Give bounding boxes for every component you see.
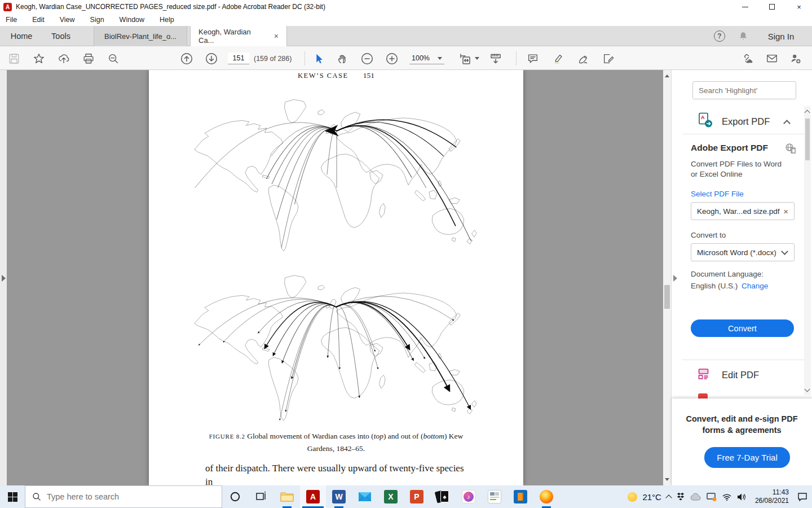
taskbar-explorer-icon[interactable] <box>274 485 300 508</box>
page-number-input[interactable] <box>228 52 249 64</box>
next-page-icon[interactable] <box>204 51 219 66</box>
tab-close-icon[interactable]: × <box>274 32 279 41</box>
help-icon[interactable]: ? <box>709 26 730 46</box>
taskbar-excel-icon[interactable]: X <box>378 485 404 508</box>
taskbar-onenote-icon[interactable] <box>508 485 533 508</box>
promo-text: forms & agreements <box>672 424 812 436</box>
email-icon[interactable] <box>765 51 779 66</box>
tab-document-keogh[interactable]: Keogh, Wardian Ca... × <box>190 26 287 46</box>
menu-edit[interactable]: Edit <box>32 16 45 24</box>
taskbar-search-input[interactable] <box>47 492 205 501</box>
clock[interactable]: 11:43 26/08/2021 <box>755 488 789 505</box>
more-tools-icon[interactable] <box>601 51 616 66</box>
selected-file-field[interactable]: Keogh, War...ed size.pdf × <box>691 202 795 220</box>
scroll-down-icon[interactable] <box>805 387 810 392</box>
edit-pdf-header[interactable]: Edit PDF <box>722 370 759 380</box>
page-display-icon[interactable] <box>488 51 503 66</box>
fit-width-icon[interactable] <box>458 51 473 66</box>
taskbar-word-icon[interactable]: W <box>326 485 352 508</box>
document-language-label: Document Language: <box>691 270 764 278</box>
chevron-down-icon <box>438 57 442 60</box>
panel-scrollbar[interactable] <box>804 106 811 395</box>
sign-in-button[interactable]: Sign In <box>761 26 801 46</box>
tab-home[interactable]: Home <box>6 26 37 46</box>
onedrive-cloud-icon[interactable] <box>690 493 701 501</box>
scroll-up-icon[interactable] <box>805 110 810 116</box>
menu-window[interactable]: Window <box>120 16 144 24</box>
taskbar-firefox-icon[interactable] <box>533 485 559 508</box>
volume-icon[interactable] <box>737 493 747 501</box>
document-view[interactable]: KEW’S CASE151 FIGURE 8.2 Global movement… <box>7 70 663 485</box>
save-icon[interactable] <box>7 51 21 66</box>
adobe-export-pdf-title: Adobe Export PDF <box>691 143 768 153</box>
clear-file-icon[interactable]: × <box>783 207 788 216</box>
format-value: Microsoft Word (*.docx) <box>697 248 776 257</box>
convert-button[interactable]: Convert <box>691 319 794 337</box>
notifications-bell-icon[interactable] <box>733 26 753 46</box>
flow-arrows-into-kew <box>195 120 471 247</box>
close-button[interactable]: × <box>786 0 812 14</box>
taskbar-powerpoint-icon[interactable]: P <box>404 485 430 508</box>
taskbar-news-icon[interactable] <box>482 485 508 508</box>
panel-collapse-toggle-icon[interactable] <box>673 275 677 282</box>
print-icon[interactable] <box>81 51 96 66</box>
taskbar-itunes-icon[interactable]: ♪ <box>456 485 482 508</box>
taskbar-mail-icon[interactable] <box>352 485 378 508</box>
document-scrollbar[interactable] <box>663 70 671 485</box>
scroll-up-icon[interactable] <box>665 75 669 77</box>
taskbar-acrobat-icon[interactable]: A <box>300 485 326 508</box>
dropbox-icon[interactable] <box>676 492 685 501</box>
change-language-link[interactable]: Change <box>742 282 768 290</box>
hand-tool-icon[interactable] <box>335 51 350 66</box>
body-text: of their dispatch. There were usually up… <box>205 462 470 485</box>
navigation-pane-toggle-icon[interactable] <box>2 275 6 282</box>
scrollbar-thumb[interactable] <box>664 285 670 309</box>
wifi-icon[interactable] <box>722 493 732 501</box>
start-button[interactable] <box>0 485 25 508</box>
map-out-of-kew <box>186 269 486 427</box>
select-pdf-file-link[interactable]: Select PDF File <box>691 190 744 198</box>
weather-sun-icon[interactable] <box>628 492 637 502</box>
select-tool-icon[interactable] <box>311 51 326 66</box>
zoom-out-icon[interactable] <box>360 51 374 66</box>
tab-document-biolrev[interactable]: BiolRev-Plant_life_o... <box>94 26 187 46</box>
share-link-icon[interactable] <box>740 51 754 66</box>
scrollbar-thumb[interactable] <box>805 119 810 160</box>
previous-page-icon[interactable] <box>179 51 194 66</box>
promo-card: Convert, edit and e-sign PDF forms & agr… <box>672 398 812 485</box>
wireless-display-icon[interactable] <box>707 493 717 501</box>
action-center-icon[interactable] <box>797 492 807 501</box>
task-view-icon[interactable] <box>248 485 274 508</box>
tab-tools[interactable]: Tools <box>45 26 77 46</box>
star-bookmark-icon[interactable] <box>32 51 46 66</box>
fill-sign-icon[interactable] <box>576 51 591 66</box>
comment-icon[interactable] <box>526 51 540 66</box>
document-language-value: English (U.S.) <box>691 282 738 290</box>
minimize-button[interactable] <box>732 0 758 14</box>
menu-sign[interactable]: Sign <box>90 16 104 24</box>
export-pdf-header[interactable]: Export PDF <box>722 116 770 127</box>
time-label: 11:43 <box>755 488 789 497</box>
taskbar-search[interactable] <box>25 485 222 508</box>
cloud-upload-icon[interactable] <box>56 51 71 66</box>
format-dropdown[interactable]: Microsoft Word (*.docx) <box>691 243 795 261</box>
menu-help[interactable]: Help <box>160 16 174 24</box>
free-trial-button[interactable]: Free 7-Day Trial <box>704 447 790 468</box>
title-bar: A Keogh, Wardian Case_UNCORRECTED PAGES_… <box>0 0 812 14</box>
menu-view[interactable]: View <box>60 16 75 24</box>
maximize-button[interactable] <box>759 0 785 14</box>
chevron-down-icon[interactable] <box>475 57 479 60</box>
scroll-down-icon[interactable] <box>665 478 669 481</box>
menu-file[interactable]: File <box>6 16 17 24</box>
add-user-icon[interactable] <box>788 51 803 66</box>
temperature-label[interactable]: 21°C <box>642 492 661 502</box>
cortana-icon[interactable] <box>222 485 248 508</box>
hidden-icons-chevron[interactable] <box>667 493 671 500</box>
system-tray: 21°C 11:43 26/08/2021 <box>628 488 812 505</box>
zoom-level-select[interactable]: 100% <box>409 52 444 64</box>
highlight-icon[interactable] <box>551 51 566 66</box>
search-icon[interactable] <box>106 51 121 66</box>
zoom-in-icon[interactable] <box>385 51 399 66</box>
taskbar-solitaire-icon[interactable]: ♠ <box>430 485 456 508</box>
tool-search-input[interactable] <box>692 81 796 99</box>
